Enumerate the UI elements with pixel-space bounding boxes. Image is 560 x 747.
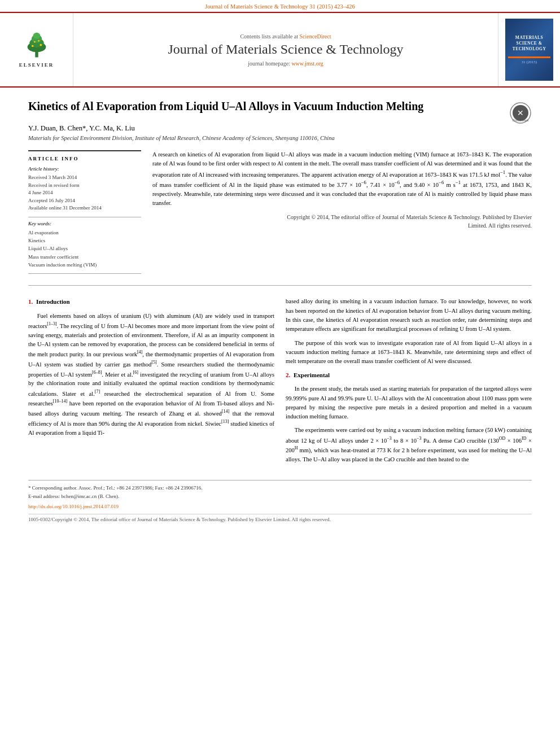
- keyword-1: Al evaporation: [28, 229, 141, 237]
- paper-title: Kinetics of Al Evaporation from Liquid U…: [28, 99, 423, 113]
- keywords-section: Key words: Al evaporation Kinetics Liqui…: [28, 217, 141, 269]
- revised-label: Received in revised form: [28, 182, 141, 190]
- experimental-para-1: In the present study, the metals used as…: [286, 385, 532, 421]
- elsevier-tree-icon: [20, 32, 54, 60]
- journal-homepage: journal homepage: www.jmst.org: [248, 60, 323, 67]
- abstract-col: A research on kinetics of Al evaporation…: [152, 150, 532, 274]
- journal-title-area: Contents lists available at ScienceDirec…: [73, 13, 498, 86]
- article-info-label: ARTICLE INFO: [28, 156, 141, 161]
- online-line: Available online 31 December 2014: [28, 204, 141, 212]
- body-col-right: based alloy during its smelting in a vac…: [286, 297, 532, 469]
- intro-heading: 1. Introduction: [28, 297, 274, 307]
- svg-point-7: [34, 41, 36, 43]
- svg-point-4: [33, 33, 40, 39]
- article-info-col: ARTICLE INFO Article history: Received 3…: [28, 150, 141, 274]
- elsevier-logo: ELSEVIER: [19, 32, 54, 68]
- journal-cover-image: MATERIALSSCIENCE &TECHNOLOGY 31 (2015): [505, 19, 553, 81]
- elsevier-label: ELSEVIER: [19, 62, 54, 68]
- corresponding-note: * Corresponding author. Assoc. Prof.; Te…: [28, 484, 532, 492]
- keyword-3: Liquid U–Al alloys: [28, 244, 141, 252]
- doi-link[interactable]: http://dx.doi.org/10.1016/j.jmst.2014.07…: [28, 504, 532, 509]
- keyword-2: Kinetics: [28, 237, 141, 244]
- main-content: Kinetics of Al Evaporation from Liquid U…: [0, 88, 560, 534]
- received-line: Received 3 March 2014: [28, 174, 141, 182]
- svg-point-8: [38, 40, 40, 42]
- keyword-4: Mass transfer coefficient: [28, 253, 141, 261]
- copyright-text: Copyright © 2014, The editorial office o…: [152, 213, 532, 230]
- intro-para-2: based alloy during its smelting in a vac…: [286, 297, 532, 334]
- svg-point-6: [40, 44, 42, 46]
- body-col-left: 1. Introduction Fuel elements based on a…: [28, 297, 274, 469]
- revised-date: 4 June 2014: [28, 189, 141, 197]
- journal-header: ELSEVIER Contents lists available at Sci…: [0, 12, 560, 88]
- body-content: 1. Introduction Fuel elements based on a…: [28, 297, 532, 469]
- section-divider: [28, 285, 532, 286]
- sciencedirect-link[interactable]: ScienceDirect: [299, 33, 331, 40]
- article-history-label: Article history:: [28, 166, 141, 172]
- cover-stripe: [508, 56, 550, 58]
- journal-title: Journal of Materials Science & Technolog…: [168, 42, 403, 57]
- keyword-5: Vacuum induction melting (VIM): [28, 261, 141, 269]
- article-info-box: ARTICLE INFO Article history: Received 3…: [28, 150, 141, 274]
- abstract-text: A research on kinetics of Al evaporation…: [152, 150, 532, 208]
- bottom-bar: 1005-0302/Copyright © 2014, The editoria…: [28, 514, 532, 522]
- article-info-abstract: ARTICLE INFO Article history: Received 3…: [28, 150, 532, 274]
- homepage-link[interactable]: www.jmst.org: [291, 60, 323, 67]
- experimental-heading: 2. Experimental: [286, 370, 532, 380]
- journal-cover-area: MATERIALSSCIENCE &TECHNOLOGY 31 (2015): [498, 13, 560, 86]
- svg-text:CrossMark: CrossMark: [512, 119, 529, 122]
- journal-citation: Journal of Materials Science & Technolog…: [0, 0, 560, 12]
- intro-para-3: The purpose of this work was to investig…: [286, 339, 532, 366]
- cover-title-text: MATERIALSSCIENCE &TECHNOLOGY: [513, 35, 546, 51]
- cover-detail: 31 (2015): [522, 60, 537, 64]
- footnotes-area: * Corresponding author. Assoc. Prof.; Te…: [28, 480, 532, 500]
- affiliation-line: Materials for Special Environment Divisi…: [28, 135, 532, 141]
- accepted-line: Accepted 16 July 2014: [28, 197, 141, 205]
- experimental-para-2: The experiments were carried out by usin…: [286, 426, 532, 464]
- sciencedirect-line: Contents lists available at ScienceDirec…: [240, 33, 331, 40]
- email-note: E-mail address: bchen@imr.ac.cn (B. Chen…: [28, 492, 532, 500]
- title-row: Kinetics of Al Evaporation from Liquid U…: [28, 99, 532, 124]
- elsevier-logo-area: ELSEVIER: [0, 13, 73, 86]
- svg-text:✕: ✕: [517, 108, 524, 117]
- keywords-label: Key words:: [28, 221, 141, 226]
- svg-point-5: [31, 45, 33, 47]
- intro-para-1: Fuel elements based on alloys of uranium…: [28, 312, 274, 438]
- authors-line: Y.J. Duan, B. Chen*, Y.C. Ma, K. Liu: [28, 124, 532, 133]
- crossmark-icon: ✕ CrossMark: [509, 102, 532, 124]
